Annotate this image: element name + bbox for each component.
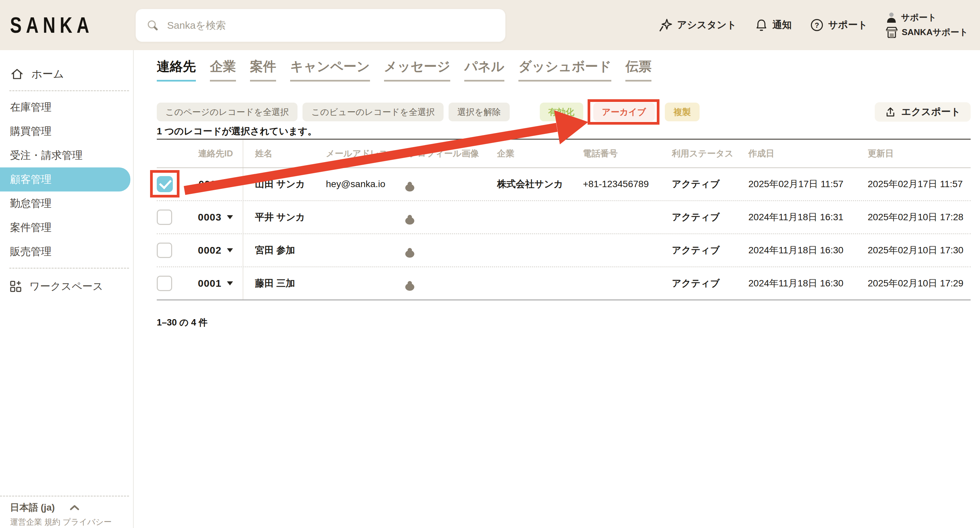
sidebar-item-attendance[interactable]: 勤怠管理	[0, 191, 133, 216]
tab-messages[interactable]: メッセージ	[384, 57, 450, 81]
table-row[interactable]: 0001 藤田 三加 アクティブ 2024年11月18日 16:30 2025年…	[157, 267, 970, 301]
global-search[interactable]	[136, 9, 505, 42]
object-tabs: 連絡先 企業 案件 キャンペーン メッセージ パネル ダッシュボード 伝票	[157, 57, 970, 81]
row-checkbox[interactable]	[157, 210, 172, 225]
row-checkbox[interactable]	[157, 243, 172, 258]
pagination-status: 1–30 の 4 件	[157, 316, 970, 329]
sidebar-item-inventory[interactable]: 在庫管理	[0, 95, 133, 119]
sidebar-workspace-label: ワークスペース	[29, 279, 103, 293]
export-label: エクスポート	[902, 105, 961, 119]
tab-deals[interactable]: 案件	[250, 57, 276, 81]
sidebar-item-label: 顧客管理	[10, 172, 51, 186]
language-selector[interactable]: 日本語 (ja)	[10, 501, 129, 514]
sidebar-item-label: 在庫管理	[10, 100, 51, 114]
tab-contacts[interactable]: 連絡先	[157, 57, 196, 81]
column-header-created: 作成日	[748, 148, 868, 159]
contact-name: 宮田 参加	[243, 244, 326, 257]
tab-campaigns[interactable]: キャンペーン	[290, 57, 370, 81]
tab-panels[interactable]: パネル	[464, 57, 504, 81]
account-user-row[interactable]: サポート	[886, 12, 968, 24]
export-upload-icon	[885, 106, 896, 118]
account-menu[interactable]: サポート SANKAサポート	[886, 12, 968, 39]
caret-down-icon[interactable]	[228, 182, 234, 186]
sidebar-item-sales[interactable]: 販売管理	[0, 240, 133, 264]
column-header-updated: 更新日	[868, 148, 970, 159]
table-row[interactable]: 0002 宮田 参加 アクティブ 2024年11月18日 16:30 2025年…	[157, 234, 970, 267]
contact-name: 平井 サンカ	[243, 211, 326, 224]
contact-status: アクティブ	[672, 211, 748, 224]
help-circle-icon: ?	[810, 18, 824, 32]
sidebar-item-label: 販売管理	[10, 245, 51, 259]
sidebar-item-home[interactable]: ホーム	[0, 62, 133, 86]
search-icon	[146, 19, 159, 32]
tab-dashboards[interactable]: ダッシュボード	[519, 57, 611, 81]
sidebar-footer: 日本語 (ja) 運営企業 規約 プライバシー	[0, 496, 129, 528]
selection-status: 1 つのレコードが選択されています。	[157, 125, 970, 137]
sidebar: ホーム 在庫管理 購買管理 受注・請求管理 顧客管理 勤怠管理 案件管理 販売管…	[0, 50, 134, 528]
contact-status: アクティブ	[672, 178, 748, 191]
caret-down-icon[interactable]	[227, 281, 233, 285]
notifications-button[interactable]: 通知	[755, 18, 792, 32]
contacts-table: 連絡先ID 姓名 メールアドレス プロフィール画像 企業 電話番号 利用ステータ…	[157, 139, 970, 301]
sidebar-item-projects[interactable]: 案件管理	[0, 216, 133, 240]
support-button[interactable]: ? サポート	[810, 18, 868, 32]
sidebar-item-purchasing[interactable]: 購買管理	[0, 119, 133, 143]
search-input[interactable]	[167, 15, 505, 36]
sidebar-item-customers[interactable]: 顧客管理	[0, 167, 130, 191]
tab-slips[interactable]: 伝票	[625, 57, 651, 81]
column-header-phone: 電話番号	[583, 148, 672, 159]
contact-id: 0002	[198, 245, 221, 256]
clear-selection-button[interactable]: 選択を解除	[449, 103, 510, 121]
select-all-page-button[interactable]: このページのレコードを全選択	[157, 103, 298, 121]
account-user-name: サポート	[901, 12, 937, 23]
archive-button[interactable]: アーカイブ	[593, 103, 655, 121]
language-label: 日本語 (ja)	[10, 501, 55, 514]
table-row[interactable]: 0004 山田 サンカ hey@sanka.io 株式会社サンカ +81-123…	[157, 168, 970, 201]
table-row[interactable]: 0003 平井 サンカ アクティブ 2024年11月18日 16:31 2025…	[157, 201, 970, 234]
support-label: サポート	[828, 18, 868, 32]
home-icon	[10, 67, 24, 81]
contact-name: 藤田 三加	[243, 277, 326, 290]
sanka-crm-page: { "brand": {"logo": "SANKA"}, "header": …	[0, 0, 980, 528]
tab-companies[interactable]: 企業	[210, 57, 236, 81]
checkmark-icon	[159, 176, 172, 189]
sidebar-item-label: 購買管理	[10, 124, 51, 138]
contact-status: アクティブ	[672, 277, 748, 290]
contact-updated: 2025年02月17日 11:57	[868, 178, 970, 191]
contact-id: 0001	[198, 278, 221, 289]
contact-created: 2024年11月18日 16:31	[748, 211, 868, 224]
bulk-actions-toolbar: このページのレコードを全選択 このビューのレコードを全選択 選択を解除 有効化 …	[157, 102, 970, 122]
duplicate-button[interactable]: 複製	[665, 103, 700, 121]
column-header-status: 利用ステータス	[672, 148, 748, 159]
notifications-label: 通知	[772, 18, 792, 32]
sidebar-item-orders-billing[interactable]: 受注・請求管理	[0, 143, 133, 167]
column-header-contact-id: 連絡先ID	[157, 140, 243, 167]
sidebar-item-workspace[interactable]: ワークスペース	[0, 273, 133, 300]
contact-created: 2024年11月18日 16:30	[748, 277, 868, 290]
row-checkbox-checked[interactable]	[157, 176, 173, 192]
contact-created: 2025年02月17日 11:57	[748, 178, 868, 191]
sidebar-item-label: 案件管理	[10, 221, 51, 235]
contact-phone: +81-123456789	[583, 179, 672, 189]
caret-down-icon[interactable]	[227, 215, 233, 219]
contact-company: 株式会社サンカ	[497, 178, 583, 191]
assistant-button[interactable]: アシスタント	[658, 18, 737, 32]
account-workspace-row[interactable]: SANKAサポート	[886, 26, 968, 39]
contact-updated: 2025年02月10日 17:30	[868, 244, 970, 257]
workspace-grid-icon	[9, 279, 23, 293]
contact-id: 0004	[199, 178, 222, 190]
row-checkbox[interactable]	[157, 276, 172, 291]
column-header-email: メールアドレス	[326, 148, 409, 159]
caret-down-icon[interactable]	[227, 248, 233, 252]
sidebar-item-label: 勤怠管理	[10, 197, 51, 210]
select-all-view-button[interactable]: このビューのレコードを全選択	[302, 103, 443, 121]
chevron-up-icon	[70, 505, 80, 511]
main-content: 連絡先 企業 案件 キャンペーン メッセージ パネル ダッシュボード 伝票 この…	[134, 50, 980, 528]
sidebar-divider	[10, 268, 129, 269]
user-icon	[886, 12, 897, 24]
activate-button[interactable]: 有効化	[540, 103, 583, 121]
footer-links[interactable]: 運営企業 規約 プライバシー	[10, 517, 129, 526]
contact-updated: 2025年02月10日 17:28	[868, 211, 970, 224]
brand-logo: SANKA	[10, 0, 94, 57]
export-button[interactable]: エクスポート	[875, 102, 970, 122]
